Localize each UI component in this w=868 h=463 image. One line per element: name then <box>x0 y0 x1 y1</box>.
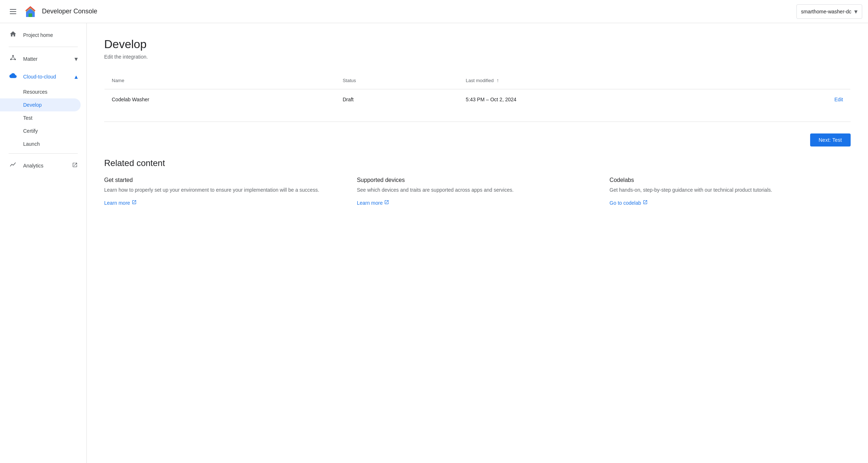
related-content-title: Related content <box>104 158 851 168</box>
project-name: smarthome-washer-dc <box>801 9 851 14</box>
sidebar-divider-1 <box>9 47 78 47</box>
sidebar-divider-2 <box>9 153 78 154</box>
sort-icon[interactable]: ↑ <box>497 77 499 83</box>
col-header-status: Status <box>335 72 458 89</box>
edit-link[interactable]: Edit <box>834 97 843 102</box>
page-title: Develop <box>104 38 851 51</box>
header: Developer Console smarthome-washer-dc ▾ <box>0 0 868 23</box>
sidebar-resources-label: Resources <box>23 89 47 95</box>
cloud-chevron-icon: ▴ <box>75 73 78 81</box>
sidebar-launch-label: Launch <box>23 141 40 147</box>
sidebar-test-label: Test <box>23 115 33 121</box>
col-header-last-modified: Last modified ↑ <box>459 72 747 89</box>
sidebar-sub-item-resources[interactable]: Resources <box>0 85 86 98</box>
svg-rect-0 <box>10 9 16 10</box>
external-link-icon-2 <box>384 200 389 206</box>
integrations-table: Name Status Last modified ↑ Codelab Wash… <box>104 71 851 110</box>
cell-actions: Edit <box>747 89 850 110</box>
section-divider <box>104 122 851 122</box>
card-codelabs-link[interactable]: Go to codelab <box>609 200 647 206</box>
col-header-last-modified-text: Last modified <box>466 78 494 83</box>
sidebar-item-cloud-to-cloud[interactable]: Cloud-to-cloud ▴ <box>0 68 86 85</box>
card-get-started-link-label: Learn more <box>104 200 130 206</box>
app-layout: Project home Matter ▾ <box>0 23 868 463</box>
sidebar-develop-label: Develop <box>23 102 42 108</box>
card-codelabs-title: Codelabs <box>609 177 851 183</box>
app-logo: Developer Console <box>23 4 97 19</box>
external-link-icon-3 <box>643 200 648 206</box>
related-card-codelabs: Codelabs Get hands-on, step-by-step guid… <box>609 177 851 206</box>
app-title: Developer Console <box>42 8 97 15</box>
sidebar-sub-item-test[interactable]: Test <box>0 111 86 124</box>
card-codelabs-desc: Get hands-on, step-by-step guidance with… <box>609 186 851 194</box>
sidebar: Project home Matter ▾ <box>0 23 87 463</box>
menu-icon[interactable] <box>6 4 20 19</box>
table-row: Codelab Washer Draft 5:43 PM – Oct 2, 20… <box>105 89 851 110</box>
matter-icon <box>9 54 17 63</box>
related-card-supported-devices: Supported devices See which devices and … <box>357 177 598 206</box>
home-icon <box>9 30 17 39</box>
card-supported-devices-title: Supported devices <box>357 177 598 183</box>
main-content: Develop Edit the integration. Name Statu… <box>87 23 868 463</box>
sidebar-analytics-label: Analytics <box>23 163 66 169</box>
col-header-name: Name <box>105 72 336 89</box>
analytics-icon <box>9 161 17 170</box>
external-link-icon-1 <box>132 200 137 206</box>
cell-status: Draft <box>335 89 458 110</box>
cloud-icon <box>9 72 17 81</box>
sidebar-item-matter[interactable]: Matter ▾ <box>0 50 86 68</box>
matter-chevron-icon: ▾ <box>75 55 78 63</box>
sidebar-project-home-label: Project home <box>23 32 78 38</box>
action-row: Next: Test <box>104 133 851 146</box>
card-supported-devices-link-label: Learn more <box>357 200 383 206</box>
page-subtitle: Edit the integration. <box>104 54 851 60</box>
svg-line-8 <box>13 56 15 59</box>
col-header-actions <box>747 72 850 89</box>
cell-last-modified: 5:43 PM – Oct 2, 2024 <box>459 89 747 110</box>
card-supported-devices-link[interactable]: Learn more <box>357 200 390 206</box>
sidebar-sub-item-develop[interactable]: Develop <box>0 98 81 111</box>
svg-rect-1 <box>10 11 16 12</box>
related-card-get-started: Get started Learn how to properly set up… <box>104 177 345 206</box>
sidebar-item-project-home[interactable]: Project home <box>0 26 86 44</box>
card-get-started-title: Get started <box>104 177 345 183</box>
next-test-button[interactable]: Next: Test <box>810 133 851 146</box>
sidebar-sub-item-certify[interactable]: Certify <box>0 124 86 137</box>
related-content-section: Related content Get started Learn how to… <box>104 158 851 206</box>
sidebar-certify-label: Certify <box>23 128 38 134</box>
card-get-started-link[interactable]: Learn more <box>104 200 137 206</box>
card-codelabs-link-label: Go to codelab <box>609 200 641 206</box>
sidebar-matter-label: Matter <box>23 56 69 62</box>
sidebar-cloud-label: Cloud-to-cloud <box>23 74 69 80</box>
cell-name: Codelab Washer <box>105 89 336 110</box>
related-content-grid: Get started Learn how to properly set up… <box>104 177 851 206</box>
svg-rect-2 <box>10 13 16 14</box>
project-selector[interactable]: smarthome-washer-dc ▾ <box>796 4 862 19</box>
sidebar-item-analytics[interactable]: Analytics <box>0 157 86 174</box>
project-dropdown-arrow: ▾ <box>854 8 858 16</box>
svg-point-4 <box>12 55 14 56</box>
svg-line-7 <box>11 56 13 59</box>
sidebar-sub-item-launch[interactable]: Launch <box>0 137 86 150</box>
card-supported-devices-desc: See which devices and traits are support… <box>357 186 598 194</box>
analytics-external-icon <box>72 162 78 169</box>
card-get-started-desc: Learn how to properly set up your enviro… <box>104 186 345 194</box>
